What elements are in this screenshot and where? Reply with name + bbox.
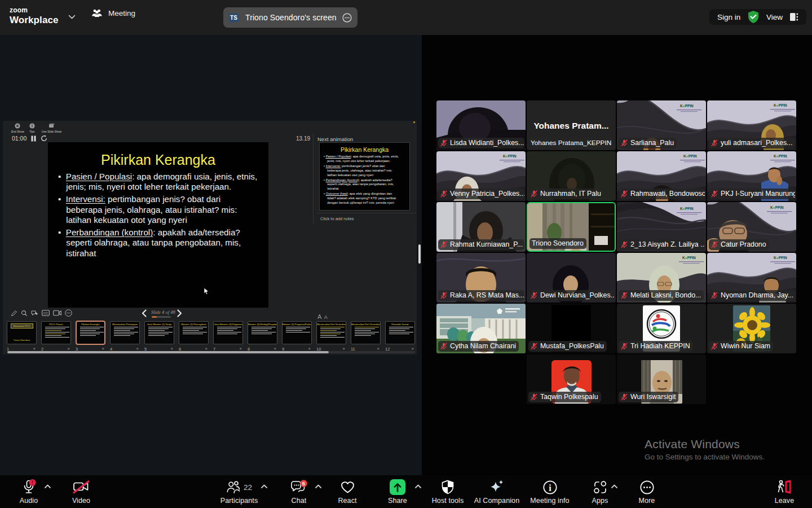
svg-text:Yohanes Pratam...: Yohanes Pratam... <box>533 121 608 130</box>
svg-text:K●PPIN: K●PPIN <box>774 154 787 158</box>
svg-text:K●PPIN: K●PPIN <box>503 154 517 158</box>
svg-text:K●PPIN: K●PPIN <box>683 154 697 158</box>
svg-text:K●PPIN: K●PPIN <box>774 256 787 260</box>
svg-text:5: 5 <box>302 480 306 487</box>
svg-text:i: i <box>549 483 551 492</box>
svg-text:K●PPIN: K●PPIN <box>770 205 784 209</box>
svg-text:!: ! <box>32 480 33 486</box>
svg-text:K●PPIN: K●PPIN <box>774 103 787 107</box>
svg-text:K●PPIN: K●PPIN <box>680 207 694 211</box>
svg-text:CC: CC <box>43 312 48 315</box>
svg-text:K●PPIN: K●PPIN <box>680 104 694 108</box>
svg-text:K●PPIN: K●PPIN <box>682 256 696 260</box>
